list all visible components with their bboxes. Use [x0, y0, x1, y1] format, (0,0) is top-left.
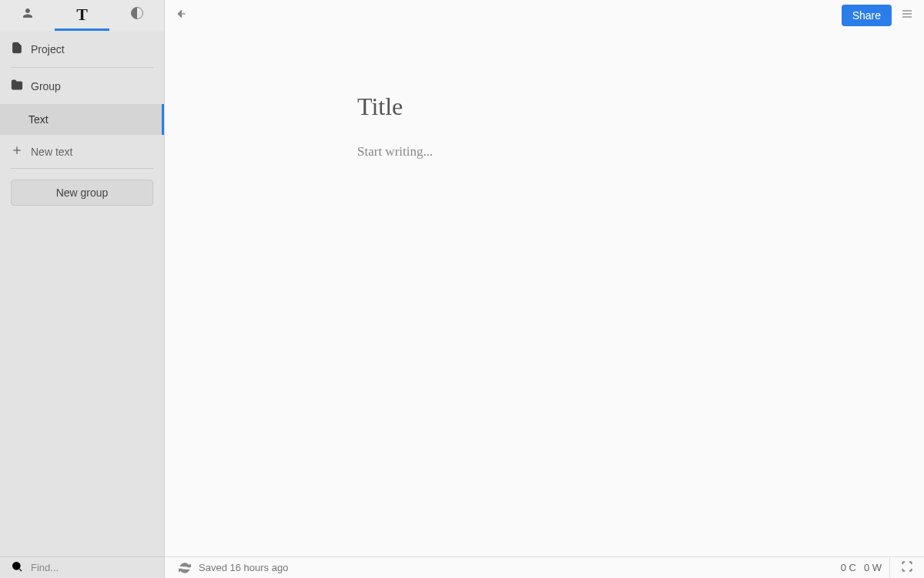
- new-group-label: New group: [56, 187, 109, 199]
- tab-account[interactable]: [0, 0, 55, 31]
- fullscreen-icon: [901, 560, 913, 575]
- new-group-button[interactable]: New group: [11, 180, 153, 206]
- word-count: 0 W: [864, 562, 882, 573]
- text-label: Text: [28, 113, 49, 126]
- sidebar-body: Project Group Text New text New gr: [0, 31, 164, 556]
- sidebar-text-item[interactable]: Text: [0, 104, 164, 135]
- svg-line-4: [19, 569, 22, 571]
- search-icon: [11, 560, 23, 576]
- plus-icon: [11, 144, 23, 159]
- document-icon: [11, 42, 23, 56]
- sync-icon: [179, 562, 191, 574]
- half-circle-icon: [130, 6, 144, 23]
- divider: [11, 168, 153, 169]
- editor: [165, 31, 924, 556]
- share-button[interactable]: Share: [842, 5, 892, 26]
- group-label: Group: [31, 80, 61, 92]
- svg-point-3: [13, 562, 20, 569]
- statusbar: Saved 16 hours ago 0 C 0 W: [165, 556, 924, 578]
- sidebar: T Project Group: [0, 0, 165, 578]
- back-button[interactable]: [176, 8, 188, 23]
- tab-documents[interactable]: T: [55, 0, 109, 31]
- tab-theme[interactable]: [109, 0, 164, 31]
- project-label: Project: [31, 43, 65, 55]
- main-panel: Share Saved 16 hours ago 0 C 0 W: [165, 0, 924, 578]
- char-count: 0 C: [841, 562, 856, 573]
- sidebar-group-item[interactable]: Group: [0, 68, 164, 104]
- search-input[interactable]: [31, 562, 153, 573]
- new-text-label: New text: [31, 146, 72, 158]
- sidebar-search: [0, 556, 164, 578]
- sidebar-new-text[interactable]: New text: [0, 135, 164, 168]
- body-input[interactable]: [357, 144, 878, 160]
- sidebar-tabs: T: [0, 0, 164, 31]
- typewriter-icon: T: [76, 5, 88, 25]
- sidebar-project-item[interactable]: Project: [0, 31, 164, 67]
- arrow-left-icon: [176, 8, 188, 23]
- fullscreen-button[interactable]: [889, 557, 913, 579]
- hamburger-icon: [901, 8, 913, 23]
- folder-icon: [11, 79, 23, 93]
- status-left: Saved 16 hours ago: [179, 562, 288, 574]
- saved-status: Saved 16 hours ago: [199, 562, 288, 573]
- user-icon: [21, 6, 35, 23]
- title-input[interactable]: [357, 92, 878, 121]
- topbar: Share: [165, 0, 924, 31]
- app-root: T Project Group: [0, 0, 924, 578]
- status-right: 0 C 0 W: [841, 557, 913, 579]
- menu-button[interactable]: [901, 8, 913, 23]
